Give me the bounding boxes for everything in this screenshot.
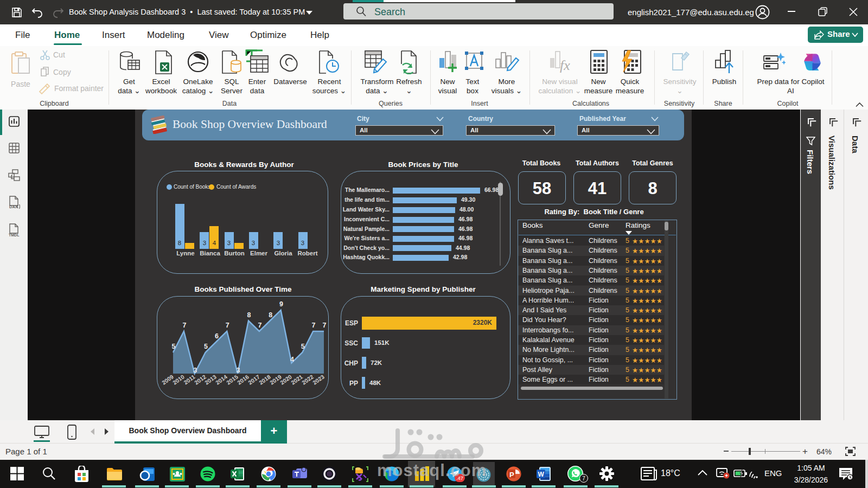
svg-text:DAX: DAX xyxy=(9,204,18,209)
svg-text:P: P xyxy=(509,471,514,479)
svg-text:mostaql.com: mostaql.com xyxy=(377,461,487,480)
svg-text:W: W xyxy=(538,471,545,478)
svg-text:fx: fx xyxy=(560,57,570,73)
svg-text:TMDL: TMDL xyxy=(9,233,20,237)
